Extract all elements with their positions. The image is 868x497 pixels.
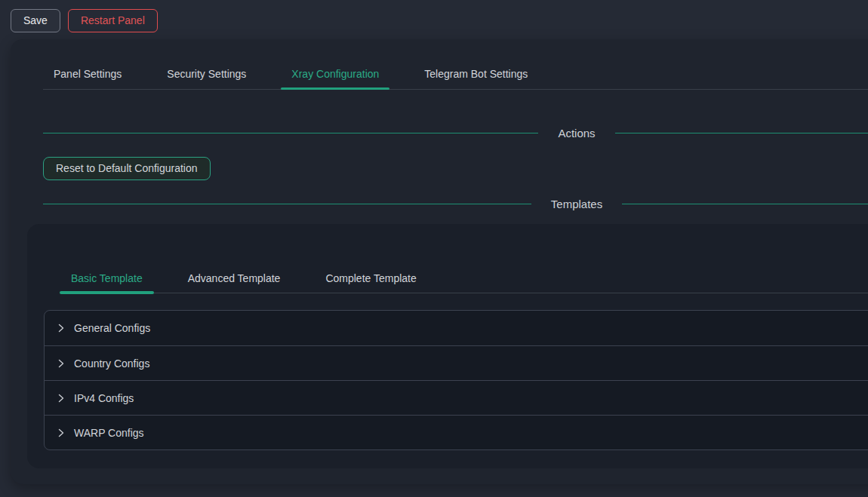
collapse-label: Country Configs [74,357,149,370]
templates-divider-title: Templates [531,198,622,210]
tab-basic-template[interactable]: Basic Template [60,272,154,293]
config-groups-collapse: General Configs Country Configs IPv4 Con… [44,310,868,450]
tab-xray-configuration[interactable]: Xray Configuration [281,68,389,89]
template-tab-bar: Basic Template Advanced Template Complet… [60,224,868,293]
tab-advanced-template[interactable]: Advanced Template [177,272,292,293]
actions-divider-title: Actions [538,127,614,140]
actions-section: Reset to Default Configuration [43,157,868,180]
divider-line [43,133,538,133]
save-button[interactable]: Save [11,9,60,32]
settings-tab-bar: Panel Settings Security Settings Xray Co… [43,39,868,90]
chevron-right-icon [57,428,66,437]
reset-default-config-button[interactable]: Reset to Default Configuration [43,157,211,180]
tab-panel-settings[interactable]: Panel Settings [43,68,132,89]
chevron-right-icon [57,324,66,333]
restart-panel-button[interactable]: Restart Panel [68,9,158,32]
tab-complete-template[interactable]: Complete Template [314,272,427,293]
collapse-label: WARP Configs [74,427,144,439]
collapse-label: IPv4 Configs [74,392,134,404]
tab-telegram-bot-settings[interactable]: Telegram Bot Settings [414,68,538,89]
divider-line [43,204,531,204]
divider-line [622,204,868,204]
collapse-header-general-configs[interactable]: General Configs [45,311,868,345]
top-action-bar: Save Restart Panel [11,9,158,32]
chevron-right-icon [57,359,66,368]
divider-line [615,133,868,133]
settings-card: Panel Settings Security Settings Xray Co… [11,39,868,484]
collapse-header-warp-configs[interactable]: WARP Configs [45,415,868,449]
collapse-header-ipv4-configs[interactable]: IPv4 Configs [45,380,868,415]
collapse-header-country-configs[interactable]: Country Configs [45,345,868,380]
actions-divider: Actions [43,124,868,141]
templates-divider: Templates [43,195,868,212]
chevron-right-icon [57,394,66,403]
templates-card: Basic Template Advanced Template Complet… [27,224,868,468]
tab-security-settings[interactable]: Security Settings [156,68,257,89]
collapse-label: General Configs [74,322,150,334]
